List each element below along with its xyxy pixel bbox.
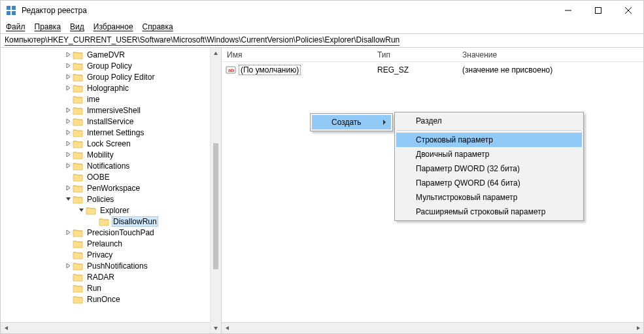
maximize-button[interactable] bbox=[583, 1, 613, 20]
menu-edit[interactable]: Правка bbox=[35, 22, 61, 31]
tree-item[interactable]: PenWorkspace bbox=[1, 182, 221, 193]
tree-item-label: Group Policy Editor bbox=[86, 73, 156, 82]
column-value[interactable]: Значение bbox=[457, 50, 643, 59]
app-icon bbox=[6, 5, 16, 16]
tree-item[interactable]: RunOnce bbox=[1, 293, 221, 305]
chevron-right-icon[interactable] bbox=[63, 150, 73, 159]
close-button[interactable] bbox=[613, 1, 643, 20]
value-type: REG_SZ bbox=[372, 65, 457, 75]
horizontal-scrollbar[interactable] bbox=[222, 322, 643, 333]
list-pane: Имя Тип Значение ab (По умолчанию) REG_S… bbox=[222, 48, 643, 333]
chevron-right-icon[interactable] bbox=[63, 128, 73, 137]
tree-item[interactable]: PrecisionTouchPad bbox=[1, 227, 221, 238]
chevron-right-icon[interactable] bbox=[63, 139, 73, 148]
context-item-label: Расширяемый строковый параметр bbox=[416, 207, 545, 216]
list-body[interactable]: ab (По умолчанию) REG_SZ (значение не пр… bbox=[222, 62, 643, 322]
chevron-right-icon[interactable] bbox=[63, 61, 73, 71]
folder-icon bbox=[73, 273, 83, 282]
tree-item[interactable]: Run bbox=[1, 282, 221, 293]
folder-icon bbox=[73, 295, 83, 304]
folder-icon bbox=[73, 239, 83, 248]
value-name: (По умолчанию) bbox=[239, 65, 301, 75]
context-item[interactable]: Параметр QWORD (64 бита) bbox=[396, 176, 582, 190]
folder-icon bbox=[73, 184, 83, 193]
svg-marker-14 bbox=[226, 326, 229, 330]
context-item[interactable]: Параметр DWORD (32 бита) bbox=[396, 161, 582, 176]
context-item[interactable]: Строковый параметр bbox=[396, 133, 582, 147]
tree-item-label: PrecisionTouchPad bbox=[86, 228, 156, 237]
chevron-right-icon[interactable] bbox=[63, 73, 73, 82]
address-bar[interactable]: Компьютер\HKEY_CURRENT_USER\Software\Mic… bbox=[1, 34, 643, 47]
tree-item[interactable]: Prelaunch bbox=[1, 238, 221, 249]
chevron-right-icon[interactable] bbox=[63, 106, 73, 115]
scroll-up-icon[interactable] bbox=[211, 48, 221, 59]
chevron-right-icon[interactable] bbox=[63, 228, 73, 237]
tree-item[interactable]: ime bbox=[1, 93, 221, 105]
vertical-scrollbar[interactable] bbox=[210, 48, 221, 333]
tree-item[interactable]: Privacy bbox=[1, 249, 221, 260]
tree-item[interactable]: ImmersiveShell bbox=[1, 105, 221, 116]
context-item[interactable]: Двоичный параметр bbox=[396, 147, 582, 161]
context-item-label: Параметр DWORD (32 бита) bbox=[416, 164, 520, 173]
tree-item-label: Lock Screen bbox=[86, 139, 132, 148]
menu-file[interactable]: Файл bbox=[6, 22, 25, 31]
chevron-down-icon[interactable] bbox=[76, 206, 86, 215]
tree-item-label: Prelaunch bbox=[86, 239, 124, 248]
scroll-left-icon[interactable] bbox=[1, 323, 12, 334]
tree-item[interactable]: Policies bbox=[1, 193, 221, 205]
tree-item[interactable]: PushNotifications bbox=[1, 260, 221, 271]
chevron-right-icon[interactable] bbox=[63, 50, 73, 59]
scroll-thumb[interactable] bbox=[213, 143, 218, 269]
menu-separator bbox=[397, 130, 581, 131]
tree-item[interactable]: Internet Settings bbox=[1, 127, 221, 138]
chevron-right-icon[interactable] bbox=[63, 184, 73, 193]
svg-rect-0 bbox=[7, 6, 10, 10]
tree-item[interactable]: Explorer bbox=[1, 205, 221, 216]
tree-item[interactable]: Lock Screen bbox=[1, 138, 221, 149]
tree-item[interactable]: Mobility bbox=[1, 149, 221, 160]
scroll-down-icon[interactable] bbox=[211, 322, 221, 333]
registry-tree: GameDVRGroup PolicyGroup Policy EditorHo… bbox=[1, 48, 221, 306]
folder-icon bbox=[73, 261, 83, 271]
scroll-track[interactable] bbox=[211, 59, 221, 322]
tree-item[interactable]: Group Policy Editor bbox=[1, 71, 221, 82]
chevron-right-icon[interactable] bbox=[63, 261, 73, 271]
context-menu: Создать bbox=[310, 113, 393, 131]
context-item[interactable]: Раздел bbox=[396, 114, 582, 128]
tree-item[interactable]: Holographic bbox=[1, 82, 221, 93]
tree-item[interactable]: Notifications bbox=[1, 160, 221, 171]
column-name[interactable]: Имя bbox=[222, 50, 372, 59]
chevron-down-icon[interactable] bbox=[63, 195, 73, 204]
tree-item[interactable]: Group Policy bbox=[1, 60, 221, 71]
tree-item-label: Internet Settings bbox=[86, 128, 145, 137]
context-item[interactable]: Мультистроковый параметр bbox=[396, 190, 582, 205]
tree-item-label: Notifications bbox=[86, 161, 131, 171]
minimize-button[interactable] bbox=[553, 1, 583, 20]
expander-none bbox=[90, 217, 99, 226]
chevron-right-icon[interactable] bbox=[63, 117, 73, 126]
context-submenu-new: РазделСтроковый параметрДвоичный парамет… bbox=[394, 112, 584, 221]
tree-item[interactable]: RADAR bbox=[1, 271, 221, 282]
menu-help[interactable]: Справка bbox=[143, 22, 173, 31]
tree-item[interactable]: GameDVR bbox=[1, 49, 221, 60]
horizontal-scrollbar[interactable] bbox=[1, 322, 221, 333]
column-type[interactable]: Тип bbox=[372, 50, 457, 59]
menu-view[interactable]: Вид bbox=[70, 22, 84, 31]
context-item-new[interactable]: Создать bbox=[312, 115, 391, 129]
tree-item[interactable]: DisallowRun bbox=[1, 216, 221, 227]
tree-item[interactable]: InstallService bbox=[1, 116, 221, 127]
chevron-right-icon[interactable] bbox=[63, 161, 73, 171]
folder-icon bbox=[86, 206, 96, 215]
value-row[interactable]: ab (По умолчанию) REG_SZ (значение не пр… bbox=[222, 64, 643, 76]
menu-favorites[interactable]: Избранное bbox=[93, 22, 133, 31]
tree-item-label: PushNotifications bbox=[86, 261, 149, 271]
folder-icon bbox=[73, 95, 83, 104]
scroll-right-icon[interactable] bbox=[632, 323, 643, 334]
context-item[interactable]: Расширяемый строковый параметр bbox=[396, 205, 582, 219]
scroll-left-icon[interactable] bbox=[222, 323, 233, 334]
context-item-label: Строковый параметр bbox=[416, 135, 493, 144]
tree-scroll[interactable]: GameDVRGroup PolicyGroup Policy EditorHo… bbox=[1, 48, 221, 322]
tree-item[interactable]: OOBE bbox=[1, 171, 221, 182]
folder-icon bbox=[73, 73, 83, 82]
chevron-right-icon[interactable] bbox=[63, 84, 73, 93]
